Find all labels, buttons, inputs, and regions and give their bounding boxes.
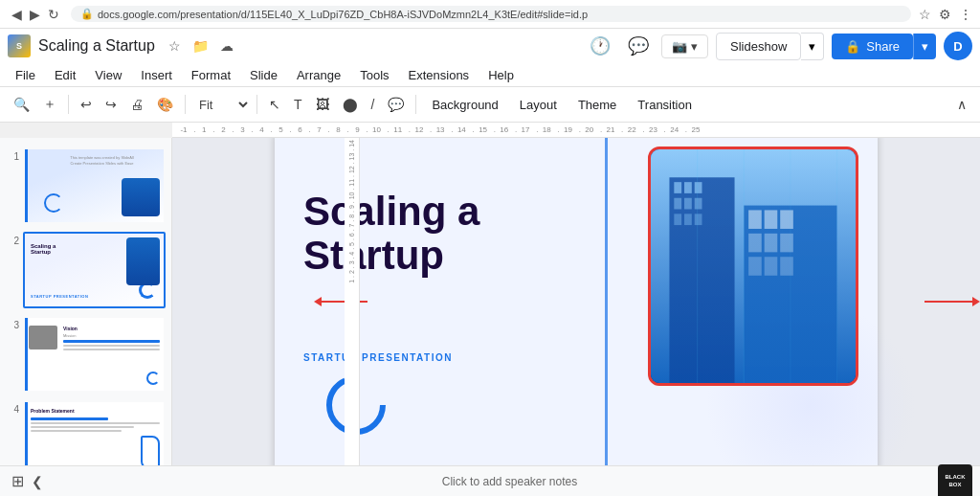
slide-thumb-2[interactable]: Scaling aStartup STARTUP PRESENTATION <box>23 232 166 308</box>
title-right-actions: 🕐 💬 📷 ▾ Slideshow ▾ 🔒 Share ▾ D <box>585 31 972 61</box>
slide-item-2[interactable]: 2 Scaling aStartup STARTUP PRESENTATION <box>4 230 167 310</box>
slide-building-image[interactable] <box>648 147 858 386</box>
doc-title: Scaling a Startup <box>38 37 155 55</box>
image-tool-button[interactable]: 🖼 <box>310 93 335 116</box>
pages-view-button[interactable]: ⊞ <box>11 472 24 490</box>
slide-item-4[interactable]: 4 Problem Statement <box>4 398 167 465</box>
menu-insert[interactable]: Insert <box>133 66 180 84</box>
slide-thumb-1[interactable]: This template was created by SlideAll Cr… <box>23 147 166 224</box>
speaker-notes-placeholder[interactable]: Click to add speaker notes <box>51 475 969 488</box>
slide-blue-line <box>605 138 608 465</box>
share-dropdown-button[interactable]: ▾ <box>913 34 936 59</box>
collapse-toolbar-button[interactable]: ∧ <box>951 93 972 116</box>
thumb-3-lines: Vision Mission <box>63 326 160 352</box>
svg-rect-22 <box>651 149 856 383</box>
arrow-head-right-indicator <box>314 297 322 306</box>
vertical-ruler: 1 . 2 . 3 . 4 . 5 . 6 . 7 . 8 . 9 . 10 .… <box>345 138 360 465</box>
camera-dropdown-icon: ▾ <box>691 39 698 54</box>
toolbar-right: ∧ <box>951 93 972 116</box>
blackbox-logo[interactable]: BLACKBOX <box>938 464 972 497</box>
menu-arrange[interactable]: Arrange <box>289 66 348 84</box>
menu-view[interactable]: View <box>87 66 129 84</box>
menu-file[interactable]: File <box>8 66 43 84</box>
browser-actions: ☆ ⚙ ⋮ <box>919 7 972 22</box>
separator-1 <box>68 95 69 114</box>
thumb-2-image <box>126 237 160 285</box>
lock-icon: 🔒 <box>80 8 94 20</box>
separator-3 <box>256 95 257 114</box>
browser-toolbar: ◀ ▶ ↻ 🔒 docs.google.com/presentation/d/1… <box>0 0 980 29</box>
extensions-button[interactable]: ⚙ <box>939 7 951 22</box>
slide-item-1[interactable]: 1 This template was created by SlideAll … <box>4 146 167 226</box>
app-logo: S <box>8 34 31 57</box>
undo-button[interactable]: ↩ <box>75 93 98 116</box>
share-label: Share <box>866 39 900 54</box>
comment-button[interactable]: 💬 <box>623 31 654 61</box>
thumb-3-photo <box>29 326 57 349</box>
more-button[interactable]: ⋮ <box>959 7 972 22</box>
collapse-panel-button[interactable]: ❮ <box>32 474 43 489</box>
cursor-tool-button[interactable]: ↖ <box>263 93 286 116</box>
slide-item-3[interactable]: 3 Vision Mission <box>4 314 167 395</box>
menu-edit[interactable]: Edit <box>47 66 83 84</box>
paint-format-button[interactable]: 🎨 <box>151 93 179 116</box>
bottom-bar: ⊞ ❮ Click to add speaker notes BLACKBOX <box>0 465 980 496</box>
folder-button[interactable]: 📁 <box>190 36 211 56</box>
camera-button[interactable]: 📷 ▾ <box>661 34 708 58</box>
star-button[interactable]: ☆ <box>167 36 183 56</box>
arrow-line-right <box>924 301 972 303</box>
ruler-marks: -1 . 1 . 2 . 3 . 4 . 5 . 6 . 7 . 8 . 9 .… <box>176 125 700 134</box>
slideshow-button[interactable]: Slideshow <box>716 33 801 60</box>
menu-format[interactable]: Format <box>184 66 238 84</box>
separator-4 <box>415 95 416 114</box>
back-button[interactable]: ◀ <box>8 5 26 24</box>
slide-title[interactable]: Scaling a Startup <box>303 190 571 278</box>
title-bar: S Scaling a Startup ☆ 📁 ☁ 🕐 💬 📷 ▾ Slides… <box>0 29 980 63</box>
transition-label: Transition <box>637 98 692 112</box>
slide-subtitle[interactable]: STARTUP PRESENTATION <box>303 352 453 363</box>
slides-panel: 1 This template was created by SlideAll … <box>0 138 172 465</box>
slide-thumb-3[interactable]: Vision Mission <box>23 316 166 393</box>
ruler: -1 . 1 . 2 . 3 . 4 . 5 . 6 . 7 . 8 . 9 .… <box>172 123 980 138</box>
forward-button[interactable]: ▶ <box>26 5 44 24</box>
separator-2 <box>185 95 186 114</box>
transition-button[interactable]: Transition <box>628 94 702 116</box>
line-tool-button[interactable]: / <box>366 93 381 116</box>
add-button[interactable]: ＋ <box>37 92 62 117</box>
text-tool-button[interactable]: T <box>288 93 308 116</box>
thumb-blue-bar-3 <box>25 318 28 391</box>
menu-slide[interactable]: Slide <box>242 66 285 84</box>
bookmark-button[interactable]: ☆ <box>919 7 931 22</box>
background-label: Background <box>432 98 498 112</box>
print-button[interactable]: 🖨 <box>124 93 149 116</box>
refresh-button[interactable]: ↻ <box>44 5 63 24</box>
slide-number-3: 3 <box>6 320 19 330</box>
toolbar: 🔍 ＋ ↩ ↪ 🖨 🎨 Fit 50% 75% 100% ↖ T 🖼 ⬤ / 💬… <box>0 86 980 123</box>
menu-tools[interactable]: Tools <box>352 66 396 84</box>
main-area: 1 This template was created by SlideAll … <box>0 138 980 465</box>
lock-share-icon: 🔒 <box>845 39 860 54</box>
theme-button[interactable]: Theme <box>568 94 626 116</box>
cloud-button[interactable]: ☁ <box>218 36 235 56</box>
zoom-select[interactable]: Fit 50% 75% 100% <box>191 95 251 115</box>
address-bar[interactable]: 🔒 docs.google.com/presentation/d/115EL40… <box>71 6 911 22</box>
redo-button[interactable]: ↪ <box>100 93 122 116</box>
slide-number-2: 2 <box>6 236 19 246</box>
search-toolbar-button[interactable]: 🔍 <box>8 93 35 116</box>
background-button[interactable]: Background <box>422 94 507 116</box>
shapes-tool-button[interactable]: ⬤ <box>337 93 364 116</box>
canvas-area[interactable]: 1 . 2 . 3 . 4 . 5 . 6 . 7 . 8 . 9 . 10 .… <box>172 138 980 465</box>
slide-thumb-4[interactable]: Problem Statement <box>23 400 166 465</box>
menu-help[interactable]: Help <box>480 66 522 84</box>
url-text: docs.google.com/presentation/d/115EL40_X… <box>98 9 588 20</box>
thumb-blue-bar-4 <box>25 402 28 465</box>
slideshow-dropdown-button[interactable]: ▾ <box>801 33 824 60</box>
menu-bar: File Edit View Insert Format Slide Arran… <box>0 63 980 86</box>
slideshow-label: Slideshow <box>730 39 787 54</box>
menu-extensions[interactable]: Extensions <box>401 66 478 84</box>
user-avatar[interactable]: D <box>944 32 972 60</box>
history-button[interactable]: 🕐 <box>585 31 615 61</box>
layout-button[interactable]: Layout <box>510 94 567 116</box>
share-button[interactable]: 🔒 Share <box>832 34 913 59</box>
comment-tool-button[interactable]: 💬 <box>382 93 410 116</box>
